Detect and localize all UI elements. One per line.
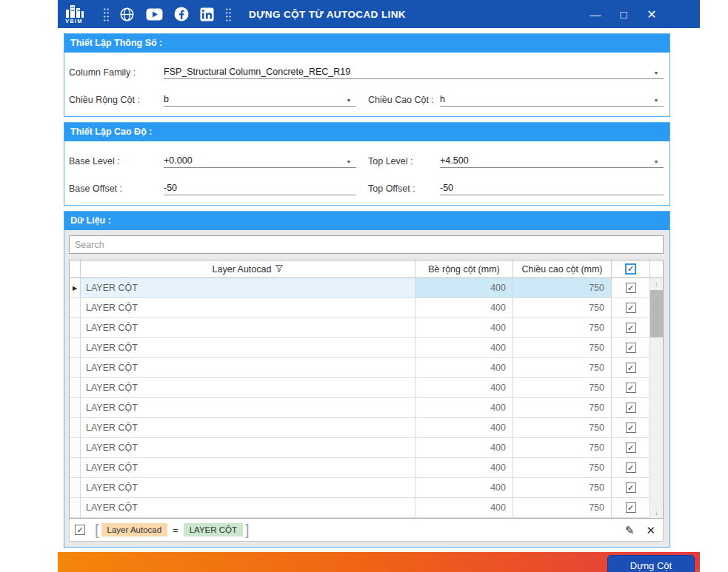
maximize-button[interactable]: □ <box>614 5 633 23</box>
layer-cell[interactable]: LAYER CỘT <box>81 478 415 497</box>
row-checkbox[interactable]: ✓ <box>626 443 636 453</box>
layer-cell[interactable]: LAYER CỘT <box>81 298 415 317</box>
table-row[interactable]: LAYER CỘT 400 750 ✓ <box>70 338 650 358</box>
table-row[interactable]: LAYER CỘT 400 750 ✓ <box>70 438 650 458</box>
layer-cell[interactable]: LAYER CỘT <box>81 418 415 437</box>
top-offset-field[interactable]: -50 <box>440 183 664 195</box>
width-cell[interactable]: 400 <box>415 418 513 437</box>
row-checkbox[interactable]: ✓ <box>626 403 636 413</box>
layer-column-header[interactable]: Layer Autocad <box>81 260 415 277</box>
layer-cell[interactable]: LAYER CỘT <box>81 398 415 417</box>
row-checkbox[interactable]: ✓ <box>626 343 636 353</box>
row-checkbox[interactable]: ✓ <box>626 502 636 513</box>
chevron-down-icon[interactable]: ▼ <box>653 159 662 165</box>
row-checkbox[interactable]: ✓ <box>626 383 636 393</box>
layer-cell[interactable]: LAYER CỘT <box>81 458 415 477</box>
layer-cell[interactable]: LAYER CỘT <box>81 338 415 357</box>
row-checkbox[interactable]: ✓ <box>626 283 636 293</box>
filter-value-chip[interactable]: LAYER CỘT <box>184 523 243 536</box>
chevron-down-icon[interactable]: ▼ <box>653 70 662 76</box>
height-cell[interactable]: 750 <box>513 378 612 397</box>
row-checkbox[interactable]: ✓ <box>626 363 636 373</box>
layer-cell[interactable]: LAYER CỘT <box>81 498 415 517</box>
filter-field-chip[interactable]: Layer Autocad <box>101 523 168 536</box>
table-row[interactable]: LAYER CỘT 400 750 ✓ <box>70 498 650 518</box>
search-input[interactable] <box>69 235 664 254</box>
base-offset-field[interactable]: -50 <box>164 183 356 195</box>
table-row[interactable]: LAYER CỘT 400 750 ✓ <box>70 298 650 318</box>
chevron-down-icon[interactable]: ▼ <box>346 98 355 104</box>
remove-filter-icon[interactable]: ✕ <box>646 525 655 536</box>
row-checkbox[interactable]: ✓ <box>626 462 636 473</box>
table-row[interactable]: LAYER CỘT 400 750 ✓ <box>70 398 650 418</box>
filter-enabled-checkbox[interactable]: ✓ <box>75 525 85 535</box>
width-cell[interactable]: 400 <box>415 378 513 397</box>
width-cell[interactable]: 400 <box>415 338 513 357</box>
height-cell[interactable]: 750 <box>513 438 612 457</box>
layer-cell[interactable]: LAYER CỘT <box>81 438 415 457</box>
width-cell[interactable]: 400 <box>415 358 513 377</box>
scroll-up-icon[interactable]: ↑ <box>650 278 663 290</box>
row-checkbox[interactable]: ✓ <box>626 423 636 433</box>
chevron-down-icon[interactable]: ▼ <box>653 98 662 104</box>
width-cell[interactable]: 400 <box>415 278 513 297</box>
row-checkbox-cell: ✓ <box>612 298 650 317</box>
build-columns-button[interactable]: Dựng Cột <box>607 555 695 572</box>
table-row[interactable]: LAYER CỘT 400 750 ✓ <box>70 478 650 498</box>
width-cell[interactable]: 400 <box>415 498 513 517</box>
linkedin-icon[interactable] <box>200 7 214 21</box>
chevron-down-icon[interactable]: ▼ <box>346 159 355 165</box>
layer-cell[interactable]: LAYER CỘT <box>81 358 415 377</box>
table-row[interactable]: LAYER CỘT 400 750 ✓ <box>70 378 650 398</box>
height-cell[interactable]: 750 <box>513 318 612 337</box>
column-family-value: FSP_Structural Column_Concrete_REC_R19 <box>164 67 653 77</box>
layer-cell[interactable]: LAYER CỘT <box>81 378 415 397</box>
column-family-label: Column Family : <box>69 67 164 79</box>
close-button[interactable]: ✕ <box>642 5 661 23</box>
width-cell[interactable]: 400 <box>415 398 513 417</box>
width-cell[interactable]: 400 <box>415 318 513 337</box>
top-level-combobox[interactable]: +4.500 ▼ <box>440 155 664 168</box>
filter-funnel-icon[interactable] <box>275 265 283 273</box>
width-cell[interactable]: 400 <box>415 298 513 317</box>
width-column-header[interactable]: Bề rộng cột (mm) <box>415 260 513 277</box>
table-row[interactable]: LAYER CỘT 400 750 ✓ <box>70 458 650 478</box>
column-height-combobox[interactable]: h ▼ <box>440 94 664 107</box>
layer-cell[interactable]: LAYER CỘT <box>81 318 415 337</box>
edit-filter-icon[interactable]: ✎ <box>625 525 635 536</box>
column-width-value: b <box>164 94 346 104</box>
height-cell[interactable]: 750 <box>513 498 612 517</box>
width-cell[interactable]: 400 <box>415 458 513 477</box>
youtube-icon[interactable] <box>146 8 163 21</box>
table-row[interactable]: LAYER CỘT 400 750 ✓ <box>70 358 650 378</box>
website-globe-icon[interactable] <box>119 7 135 22</box>
layer-cell[interactable]: LAYER CỘT <box>81 278 415 297</box>
height-cell[interactable]: 750 <box>513 278 612 297</box>
minimize-button[interactable]: — <box>586 5 605 23</box>
column-width-combobox[interactable]: b ▼ <box>164 94 356 107</box>
table-row[interactable]: LAYER CỘT 400 750 ✓ <box>70 318 650 338</box>
row-checkbox[interactable]: ✓ <box>626 303 636 313</box>
width-cell[interactable]: 400 <box>415 478 513 497</box>
vertical-scrollbar[interactable]: ↑ ↓ <box>650 278 663 518</box>
height-cell[interactable]: 750 <box>513 398 612 417</box>
scrollbar-thumb[interactable] <box>650 290 663 337</box>
height-cell[interactable]: 750 <box>513 358 612 377</box>
table-row[interactable]: LAYER CỘT 400 750 ✓ <box>70 418 650 438</box>
height-cell[interactable]: 750 <box>513 338 612 357</box>
column-family-combobox[interactable]: FSP_Structural Column_Concrete_REC_R19 ▼ <box>164 67 664 79</box>
row-checkbox[interactable]: ✓ <box>626 482 636 493</box>
height-cell[interactable]: 750 <box>513 298 612 317</box>
base-level-combobox[interactable]: +0.000 ▼ <box>164 155 356 168</box>
table-row[interactable]: ▶ LAYER CỘT 400 750 ✓ <box>70 278 650 298</box>
width-cell[interactable]: 400 <box>415 438 513 457</box>
scroll-down-icon[interactable]: ↓ <box>650 506 663 518</box>
height-column-header[interactable]: Chiều cao cột (mm) <box>513 260 612 277</box>
height-cell[interactable]: 750 <box>513 478 612 497</box>
height-cell[interactable]: 750 <box>513 418 612 437</box>
row-indicator <box>70 458 81 477</box>
select-all-checkbox[interactable]: ✓ <box>625 263 636 275</box>
height-cell[interactable]: 750 <box>513 458 612 477</box>
facebook-icon[interactable] <box>174 7 189 21</box>
row-checkbox[interactable]: ✓ <box>626 323 636 333</box>
